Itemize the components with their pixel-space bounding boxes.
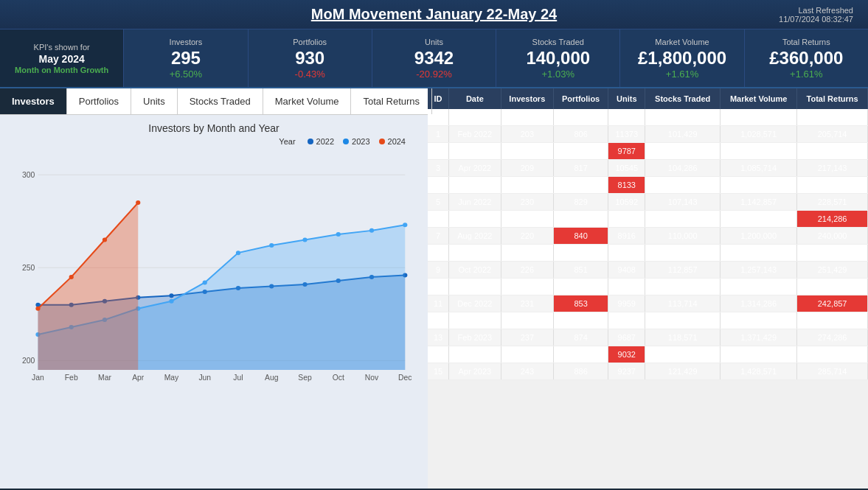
- tab-investors[interactable]: Investors: [0, 88, 67, 114]
- table-cell: 880: [554, 346, 608, 363]
- table-cell: 1,257,143: [721, 262, 797, 279]
- left-panel: InvestorsPortfoliosUnitsStocks TradedMar…: [0, 88, 428, 489]
- table-cell: 234: [501, 312, 553, 329]
- table-cell: 268,571: [797, 312, 868, 329]
- svg-text:Sep: Sep: [298, 374, 312, 382]
- table-cell: 800: [554, 109, 608, 126]
- kpi-change: +1.61%: [666, 69, 698, 80]
- table-cell: 874: [554, 329, 608, 346]
- svg-point-43: [69, 275, 74, 279]
- table-cell: 12: [428, 312, 449, 329]
- table-cell: Oct 2022: [449, 262, 501, 279]
- table-cell: 117,143: [645, 312, 721, 329]
- table-cell: 1,428,571: [721, 363, 797, 380]
- svg-point-40: [369, 228, 374, 233]
- table-cell: 11243: [608, 279, 645, 295]
- kpi-label: Market Volume: [655, 37, 709, 47]
- table-cell: 1,285,714: [721, 279, 797, 295]
- table-cell: 851: [554, 262, 608, 279]
- svg-point-34: [169, 299, 173, 304]
- table-cell: 220: [501, 228, 553, 245]
- header: MoM Movement January 22-May 24 Last Refr…: [0, 0, 868, 29]
- table-cell: 102,857: [645, 143, 721, 160]
- table-cell: 209: [501, 160, 553, 177]
- right-panel[interactable]: IDDateInvestorsPortfoliosUnitsStocks Tra…: [428, 88, 868, 489]
- table-cell: 240: [501, 346, 553, 363]
- svg-text:250: 250: [22, 264, 35, 272]
- table-cell: 200: [501, 109, 553, 126]
- kpi-value: £1,800,000: [638, 48, 726, 69]
- table-cell: 1,057,143: [721, 143, 797, 160]
- legend-2023: 2023: [343, 137, 369, 146]
- table-cell: 9237: [608, 363, 645, 380]
- table-cell: 251,429: [797, 262, 868, 279]
- svg-text:Feb: Feb: [65, 374, 78, 382]
- table-cell: Feb 2022: [449, 126, 501, 143]
- table-cell: 121,429: [645, 363, 721, 380]
- table-cell: 10592: [608, 194, 645, 211]
- table-cell: Feb 2023: [449, 329, 501, 346]
- tab-stocks-traded[interactable]: Stocks Traded: [178, 88, 263, 114]
- kpi-change: +1.61%: [790, 69, 822, 80]
- table-row: 3Apr 202220981710545104,2861,085,714217,…: [428, 160, 868, 177]
- table-cell: 230: [501, 194, 553, 211]
- table-cell: Sep 2022: [449, 245, 501, 262]
- table-cell: 9687: [608, 329, 645, 346]
- kpi-value: £360,000: [769, 48, 843, 69]
- svg-text:Jun: Jun: [198, 374, 211, 382]
- table-cell: 823: [554, 177, 608, 194]
- svg-text:300: 300: [22, 171, 35, 179]
- table-cell: 8314: [608, 245, 645, 262]
- table-cell: 1,171,429: [721, 211, 797, 228]
- table-cell: 1,314,286: [721, 295, 797, 312]
- kpi-label: Portfolios: [293, 37, 327, 47]
- table-row: 7Aug 20222208408916110,0001,200,000240,0…: [428, 228, 868, 245]
- tab-total-returns[interactable]: Total Returns: [351, 88, 432, 114]
- tab-portfolios[interactable]: Portfolios: [67, 88, 131, 114]
- table-row: 9Oct 20222268519408112,8571,257,143251,4…: [428, 262, 868, 279]
- table-cell: 107,143: [645, 194, 721, 211]
- table-cell: 104,286: [645, 160, 721, 177]
- table-cell: 806: [554, 126, 608, 143]
- svg-text:Jul: Jul: [233, 374, 243, 382]
- svg-text:May: May: [164, 374, 179, 382]
- table-cell: 6: [428, 211, 449, 228]
- kpi-item-1: Portfolios 930 -0.43%: [249, 29, 372, 87]
- table-cell: Mar 2022: [449, 143, 501, 160]
- col-header-date: Date: [449, 88, 501, 109]
- table-cell: 4: [428, 177, 449, 194]
- table-cell: 824: [554, 211, 608, 228]
- table-cell: Nov 2022: [449, 279, 501, 295]
- table-row: 12Jan 20232348698744117,1431,342,857268,…: [428, 312, 868, 329]
- table-cell: 205,714: [797, 126, 868, 143]
- table-container: IDDateInvestorsPortfoliosUnitsStocks Tra…: [428, 88, 868, 380]
- table-cell: 8744: [608, 312, 645, 329]
- table-cell: 10545: [608, 160, 645, 177]
- table-cell: 211,429: [797, 143, 868, 160]
- table-cell: 811: [554, 143, 608, 160]
- kpi-value: 140,000: [526, 48, 590, 69]
- table-cell: 1,114,286: [721, 177, 797, 194]
- kpi-value: 930: [295, 48, 324, 69]
- kpi-label: Stocks Traded: [532, 37, 584, 47]
- table-row: 13Feb 20232378749687118,5711,371,429274,…: [428, 329, 868, 346]
- svg-point-36: [236, 251, 240, 255]
- table-cell: 118,571: [645, 329, 721, 346]
- table-cell: 280,000: [797, 346, 868, 363]
- svg-text:200: 200: [22, 357, 35, 365]
- table-cell: 243: [501, 363, 553, 380]
- table-cell: 1,142,857: [721, 194, 797, 211]
- svg-point-35: [203, 280, 207, 284]
- table-cell: 105,714: [645, 177, 721, 194]
- table-cell: 13: [428, 329, 449, 346]
- col-header-stocks-traded: Stocks Traded: [645, 88, 721, 109]
- tab-market-volume[interactable]: Market Volume: [263, 88, 352, 114]
- table-cell: 110,000: [645, 228, 721, 245]
- table-cell: 214,286: [797, 211, 868, 228]
- table-row: 6Jul 202222682410479100,4711,171,429214,…: [428, 211, 868, 228]
- table-cell: 206: [501, 143, 553, 160]
- table-cell: Jun 2022: [449, 194, 501, 211]
- kpi-change: +6.50%: [170, 69, 202, 80]
- tab-units[interactable]: Units: [131, 88, 178, 114]
- legend-2022: 2022: [308, 137, 334, 146]
